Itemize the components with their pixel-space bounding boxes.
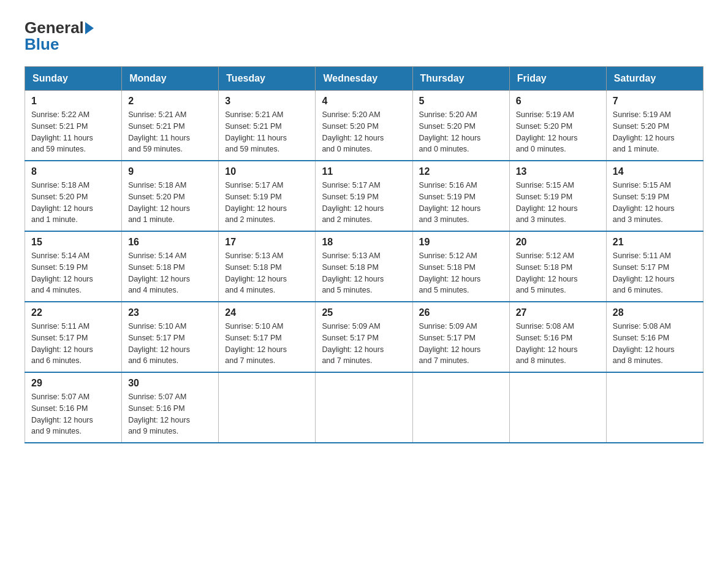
calendar-cell: 16Sunrise: 5:14 AMSunset: 5:18 PMDayligh… <box>122 231 219 302</box>
calendar-week-row: 22Sunrise: 5:11 AMSunset: 5:17 PMDayligh… <box>25 302 703 372</box>
day-info: Sunrise: 5:09 AMSunset: 5:17 PMDaylight:… <box>322 321 406 367</box>
calendar-cell: 28Sunrise: 5:08 AMSunset: 5:16 PMDayligh… <box>606 302 703 372</box>
day-info: Sunrise: 5:10 AMSunset: 5:17 PMDaylight:… <box>225 321 309 367</box>
calendar-cell: 1Sunrise: 5:22 AMSunset: 5:21 PMDaylight… <box>25 91 122 161</box>
day-info: Sunrise: 5:15 AMSunset: 5:19 PMDaylight:… <box>613 180 697 226</box>
calendar-week-row: 8Sunrise: 5:18 AMSunset: 5:20 PMDaylight… <box>25 161 703 231</box>
calendar-cell <box>316 372 412 443</box>
logo-blue-text: Blue <box>25 35 59 53</box>
calendar-cell: 10Sunrise: 5:17 AMSunset: 5:19 PMDayligh… <box>219 161 316 231</box>
day-info: Sunrise: 5:14 AMSunset: 5:19 PMDaylight:… <box>31 250 115 296</box>
weekday-header-saturday: Saturday <box>606 67 703 91</box>
day-info: Sunrise: 5:09 AMSunset: 5:17 PMDaylight:… <box>419 321 503 367</box>
day-number: 25 <box>322 307 406 318</box>
day-number: 16 <box>128 237 212 248</box>
day-number: 4 <box>322 96 406 107</box>
day-number: 13 <box>516 166 600 177</box>
day-info: Sunrise: 5:19 AMSunset: 5:20 PMDaylight:… <box>516 109 600 155</box>
day-number: 7 <box>613 96 697 107</box>
calendar-cell: 23Sunrise: 5:10 AMSunset: 5:17 PMDayligh… <box>122 302 219 372</box>
calendar-table: SundayMondayTuesdayWednesdayThursdayFrid… <box>25 66 703 443</box>
calendar-cell: 15Sunrise: 5:14 AMSunset: 5:19 PMDayligh… <box>25 231 122 302</box>
day-info: Sunrise: 5:08 AMSunset: 5:16 PMDaylight:… <box>613 321 697 367</box>
day-number: 27 <box>516 307 600 318</box>
day-number: 24 <box>225 307 309 318</box>
day-info: Sunrise: 5:14 AMSunset: 5:18 PMDaylight:… <box>128 250 212 296</box>
calendar-cell: 24Sunrise: 5:10 AMSunset: 5:17 PMDayligh… <box>219 302 316 372</box>
calendar-cell: 9Sunrise: 5:18 AMSunset: 5:20 PMDaylight… <box>122 161 219 231</box>
day-number: 21 <box>613 237 697 248</box>
day-number: 10 <box>225 166 309 177</box>
day-info: Sunrise: 5:12 AMSunset: 5:18 PMDaylight:… <box>516 250 600 296</box>
day-number: 26 <box>419 307 503 318</box>
day-number: 14 <box>613 166 697 177</box>
calendar-cell: 27Sunrise: 5:08 AMSunset: 5:16 PMDayligh… <box>509 302 606 372</box>
calendar-cell: 5Sunrise: 5:20 AMSunset: 5:20 PMDaylight… <box>412 91 509 161</box>
day-info: Sunrise: 5:18 AMSunset: 5:20 PMDaylight:… <box>31 180 115 226</box>
day-number: 19 <box>419 237 503 248</box>
day-info: Sunrise: 5:17 AMSunset: 5:19 PMDaylight:… <box>322 180 406 226</box>
day-number: 9 <box>128 166 212 177</box>
calendar-week-row: 1Sunrise: 5:22 AMSunset: 5:21 PMDaylight… <box>25 91 703 161</box>
day-number: 29 <box>31 378 115 389</box>
day-info: Sunrise: 5:07 AMSunset: 5:16 PMDaylight:… <box>128 391 212 437</box>
day-info: Sunrise: 5:12 AMSunset: 5:18 PMDaylight:… <box>419 250 503 296</box>
day-number: 15 <box>31 237 115 248</box>
day-info: Sunrise: 5:08 AMSunset: 5:16 PMDaylight:… <box>516 321 600 367</box>
day-number: 17 <box>225 237 309 248</box>
day-number: 23 <box>128 307 212 318</box>
calendar-cell: 13Sunrise: 5:15 AMSunset: 5:19 PMDayligh… <box>509 161 606 231</box>
calendar-cell: 2Sunrise: 5:21 AMSunset: 5:21 PMDaylight… <box>122 91 219 161</box>
day-info: Sunrise: 5:13 AMSunset: 5:18 PMDaylight:… <box>225 250 309 296</box>
calendar-cell: 6Sunrise: 5:19 AMSunset: 5:20 PMDaylight… <box>509 91 606 161</box>
calendar-cell: 14Sunrise: 5:15 AMSunset: 5:19 PMDayligh… <box>606 161 703 231</box>
day-info: Sunrise: 5:19 AMSunset: 5:20 PMDaylight:… <box>613 109 697 155</box>
day-info: Sunrise: 5:11 AMSunset: 5:17 PMDaylight:… <box>613 250 697 296</box>
calendar-cell: 8Sunrise: 5:18 AMSunset: 5:20 PMDaylight… <box>25 161 122 231</box>
day-info: Sunrise: 5:20 AMSunset: 5:20 PMDaylight:… <box>419 109 503 155</box>
day-info: Sunrise: 5:20 AMSunset: 5:20 PMDaylight:… <box>322 109 406 155</box>
calendar-cell <box>509 372 606 443</box>
page-header: General Blue <box>25 18 703 54</box>
day-number: 28 <box>613 307 697 318</box>
weekday-header-tuesday: Tuesday <box>219 67 316 91</box>
day-number: 3 <box>225 96 309 107</box>
day-info: Sunrise: 5:18 AMSunset: 5:20 PMDaylight:… <box>128 180 212 226</box>
calendar-cell <box>606 372 703 443</box>
calendar-cell: 30Sunrise: 5:07 AMSunset: 5:16 PMDayligh… <box>122 372 219 443</box>
logo-arrow-icon <box>85 22 94 34</box>
calendar-cell <box>219 372 316 443</box>
calendar-cell: 12Sunrise: 5:16 AMSunset: 5:19 PMDayligh… <box>412 161 509 231</box>
day-info: Sunrise: 5:07 AMSunset: 5:16 PMDaylight:… <box>31 391 115 437</box>
calendar-cell: 29Sunrise: 5:07 AMSunset: 5:16 PMDayligh… <box>25 372 122 443</box>
day-info: Sunrise: 5:11 AMSunset: 5:17 PMDaylight:… <box>31 321 115 367</box>
day-info: Sunrise: 5:17 AMSunset: 5:19 PMDaylight:… <box>225 180 309 226</box>
calendar-week-row: 29Sunrise: 5:07 AMSunset: 5:16 PMDayligh… <box>25 372 703 443</box>
calendar-week-row: 15Sunrise: 5:14 AMSunset: 5:19 PMDayligh… <box>25 231 703 302</box>
weekday-header-sunday: Sunday <box>25 67 122 91</box>
day-number: 20 <box>516 237 600 248</box>
day-info: Sunrise: 5:21 AMSunset: 5:21 PMDaylight:… <box>225 109 309 155</box>
calendar-cell: 11Sunrise: 5:17 AMSunset: 5:19 PMDayligh… <box>316 161 412 231</box>
weekday-header-wednesday: Wednesday <box>316 67 412 91</box>
calendar-cell: 4Sunrise: 5:20 AMSunset: 5:20 PMDaylight… <box>316 91 412 161</box>
day-number: 18 <box>322 237 406 248</box>
day-number: 1 <box>31 96 115 107</box>
day-number: 2 <box>128 96 212 107</box>
calendar-cell: 18Sunrise: 5:13 AMSunset: 5:18 PMDayligh… <box>316 231 412 302</box>
calendar-cell: 25Sunrise: 5:09 AMSunset: 5:17 PMDayligh… <box>316 302 412 372</box>
day-info: Sunrise: 5:21 AMSunset: 5:21 PMDaylight:… <box>128 109 212 155</box>
calendar-cell: 20Sunrise: 5:12 AMSunset: 5:18 PMDayligh… <box>509 231 606 302</box>
day-number: 30 <box>128 378 212 389</box>
day-info: Sunrise: 5:22 AMSunset: 5:21 PMDaylight:… <box>31 109 115 155</box>
logo: General Blue <box>25 18 95 54</box>
day-number: 12 <box>419 166 503 177</box>
day-number: 22 <box>31 307 115 318</box>
day-number: 5 <box>419 96 503 107</box>
day-info: Sunrise: 5:15 AMSunset: 5:19 PMDaylight:… <box>516 180 600 226</box>
calendar-cell: 7Sunrise: 5:19 AMSunset: 5:20 PMDaylight… <box>606 91 703 161</box>
day-number: 8 <box>31 166 115 177</box>
calendar-cell: 21Sunrise: 5:11 AMSunset: 5:17 PMDayligh… <box>606 231 703 302</box>
calendar-cell: 19Sunrise: 5:12 AMSunset: 5:18 PMDayligh… <box>412 231 509 302</box>
calendar-cell: 22Sunrise: 5:11 AMSunset: 5:17 PMDayligh… <box>25 302 122 372</box>
